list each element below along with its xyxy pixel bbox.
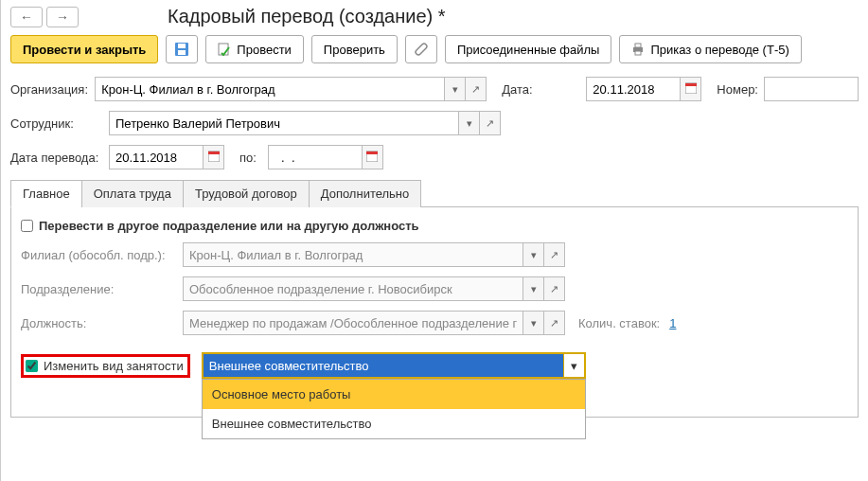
doc-number-label: Номер: bbox=[717, 82, 758, 97]
tab-additional[interactable]: Дополнительно bbox=[309, 180, 422, 207]
attached-files-button[interactable]: Присоединенные файлы bbox=[445, 35, 612, 63]
calendar-icon bbox=[208, 151, 220, 164]
tabs: Главное Оплата труда Трудовой договор До… bbox=[10, 179, 859, 207]
attach-button[interactable] bbox=[405, 35, 437, 63]
calendar-icon bbox=[366, 151, 378, 164]
transfer-checkbox-label: Перевести в другое подразделение или на … bbox=[39, 219, 419, 233]
post-label: Провести bbox=[237, 43, 292, 57]
arrow-right-icon: → bbox=[56, 9, 69, 25]
diskette-icon bbox=[174, 42, 189, 57]
dept-label: Подразделение: bbox=[21, 282, 177, 296]
position-open-button: ↗ bbox=[544, 311, 565, 335]
svg-rect-8 bbox=[685, 83, 697, 86]
check-label: Проверить bbox=[324, 43, 385, 57]
doc-date-input[interactable] bbox=[586, 77, 681, 101]
arrow-left-icon: ← bbox=[20, 9, 33, 25]
open-icon: ↗ bbox=[550, 249, 558, 261]
save-button[interactable] bbox=[166, 35, 198, 63]
date-to-calendar-button[interactable] bbox=[363, 145, 383, 169]
nav-back-button[interactable]: ← bbox=[10, 7, 43, 27]
dept-dropdown-button: ▾ bbox=[523, 276, 544, 301]
chevron-down-icon: ▾ bbox=[531, 249, 537, 261]
position-label: Должность: bbox=[21, 316, 177, 330]
rates-link[interactable]: 1 bbox=[669, 316, 676, 330]
branch-open-button: ↗ bbox=[544, 242, 565, 267]
change-emp-type-label: Изменить вид занятости bbox=[44, 359, 184, 373]
date-to-label: по: bbox=[239, 151, 257, 165]
print-order-button[interactable]: Приказ о переводе (Т-5) bbox=[619, 35, 801, 63]
open-icon: ↗ bbox=[550, 317, 558, 330]
svg-rect-1 bbox=[178, 44, 186, 48]
post-icon bbox=[218, 43, 231, 56]
svg-rect-6 bbox=[635, 51, 641, 55]
svg-rect-12 bbox=[366, 151, 378, 154]
chevron-down-icon: ▾ bbox=[531, 283, 537, 295]
org-open-button[interactable]: ↗ bbox=[466, 77, 487, 101]
nav-forward-button[interactable]: → bbox=[46, 7, 79, 27]
calendar-icon bbox=[685, 82, 697, 96]
date-to-input[interactable] bbox=[268, 145, 363, 169]
dept-open-button: ↗ bbox=[544, 276, 565, 301]
employee-open-button[interactable]: ↗ bbox=[480, 111, 501, 135]
change-emp-type-highlight: Изменить вид занятости bbox=[21, 354, 190, 378]
branch-dropdown-button: ▾ bbox=[523, 242, 544, 267]
doc-number-input[interactable] bbox=[764, 77, 859, 101]
branch-input bbox=[183, 242, 523, 267]
tab-payment[interactable]: Оплата труда bbox=[81, 180, 184, 207]
position-input bbox=[183, 311, 523, 335]
open-icon: ↗ bbox=[471, 83, 480, 96]
post-and-close-label: Провести и закрыть bbox=[23, 43, 146, 57]
post-and-close-button[interactable]: Провести и закрыть bbox=[10, 35, 158, 63]
page-title: Кадровый перевод (создание) * bbox=[168, 6, 446, 27]
svg-rect-2 bbox=[178, 50, 186, 55]
emp-type-dropdown: Основное место работы Внешнее совместите… bbox=[202, 379, 586, 439]
org-dropdown-button[interactable]: ▾ bbox=[445, 77, 466, 101]
employee-input[interactable] bbox=[109, 111, 459, 135]
dropdown-item[interactable]: Внешнее совместительство bbox=[203, 409, 585, 438]
post-button[interactable]: Провести bbox=[205, 35, 304, 63]
print-order-label: Приказ о переводе (Т-5) bbox=[650, 43, 788, 57]
paperclip-icon bbox=[414, 42, 429, 57]
svg-rect-5 bbox=[635, 44, 641, 47]
chevron-down-icon: ▾ bbox=[467, 117, 472, 130]
emp-type-input[interactable] bbox=[204, 354, 563, 377]
dropdown-item[interactable]: Основное место работы bbox=[203, 380, 585, 409]
printer-icon bbox=[631, 43, 645, 56]
chevron-down-icon: ▾ bbox=[452, 83, 458, 96]
employee-label: Сотрудник: bbox=[10, 116, 103, 131]
open-icon: ↗ bbox=[486, 117, 494, 130]
chevron-down-icon: ▾ bbox=[531, 317, 537, 330]
position-dropdown-button: ▾ bbox=[523, 311, 544, 335]
rates-label: Колич. ставок: bbox=[578, 316, 660, 330]
emp-type-dropdown-button[interactable]: ▾ bbox=[563, 354, 584, 377]
transfer-date-label: Дата перевода: bbox=[10, 151, 103, 165]
open-icon: ↗ bbox=[550, 283, 558, 295]
attached-files-label: Присоединенные файлы bbox=[457, 43, 600, 57]
transfer-checkbox[interactable] bbox=[21, 220, 33, 232]
org-label: Организация: bbox=[10, 82, 89, 97]
transfer-date-calendar-button[interactable] bbox=[204, 145, 224, 169]
dept-input bbox=[183, 276, 523, 301]
branch-label: Филиал (обособл. подр.): bbox=[21, 248, 177, 262]
employee-dropdown-button[interactable]: ▾ bbox=[459, 111, 480, 135]
svg-rect-10 bbox=[208, 151, 220, 154]
chevron-down-icon: ▾ bbox=[571, 359, 577, 373]
tab-contract[interactable]: Трудовой договор bbox=[183, 180, 310, 207]
tab-main[interactable]: Главное bbox=[10, 180, 82, 207]
check-button[interactable]: Проверить bbox=[311, 35, 398, 63]
org-input[interactable] bbox=[95, 77, 445, 101]
doc-date-calendar-button[interactable] bbox=[681, 77, 701, 101]
doc-date-label: Дата: bbox=[502, 82, 580, 97]
change-emp-type-checkbox[interactable] bbox=[26, 360, 38, 372]
transfer-date-input[interactable] bbox=[109, 145, 204, 169]
